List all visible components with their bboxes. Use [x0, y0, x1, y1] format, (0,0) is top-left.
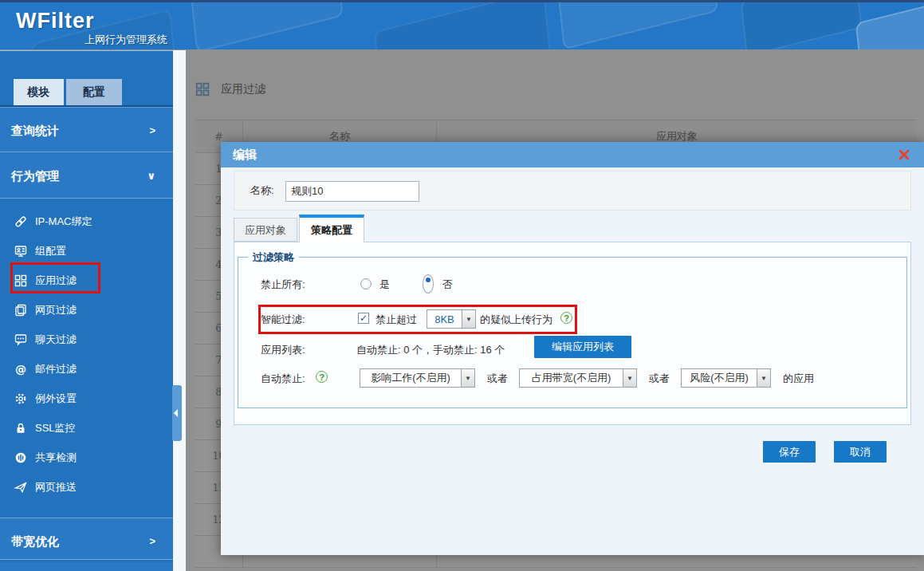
bandwidth-usage-value: 占用带宽(不启用) [520, 371, 623, 385]
tab-config[interactable]: 配置 [66, 79, 122, 105]
sidebar-gap [173, 50, 186, 571]
sidebar-item-ip-mac[interactable]: IP-MAC绑定 [0, 207, 173, 236]
smart-filter-label: 智能过滤: [261, 313, 305, 327]
auto-forbid-label: 自动禁止: [261, 372, 305, 386]
or-label: 或者 [649, 372, 670, 386]
filter-policy-fieldset: 过滤策略 禁止所有: 是 否 智能过滤: ✓ 禁止超过 8KB ▼ 的疑似上传行… [238, 257, 907, 408]
close-icon[interactable] [897, 148, 911, 162]
forbid-over-label: 禁止超过 [375, 313, 417, 327]
help-icon[interactable]: ? [560, 312, 572, 324]
risk-value: 风险(不启用) [682, 371, 757, 385]
keyboard-key-decoration [741, 0, 863, 50]
radio-no[interactable] [423, 274, 434, 293]
sidebar-tab-bar: 模块 配置 [0, 79, 173, 105]
keyboard-key-decoration [557, 0, 718, 49]
grid-icon [14, 274, 28, 287]
sidebar-section-bandwidth[interactable]: 带宽优化 > [0, 518, 173, 560]
of-apps-label: 的应用 [783, 372, 814, 386]
sidebar: 模块 配置 查询统计 > 行为管理 ∨ IP-MAC绑定 组配置 应用过滤 [0, 50, 173, 571]
rule-name-panel: 名称: [234, 171, 911, 211]
radio-no-label[interactable]: 否 [442, 278, 453, 292]
tab-modules[interactable]: 模块 [14, 79, 64, 105]
app-list-label: 应用列表: [261, 343, 305, 357]
sidebar-item-group-config[interactable]: 组配置 [0, 236, 173, 266]
forbid-all-row: 禁止所有: 是 否 [238, 274, 906, 294]
dialog-title: 编辑 [233, 148, 257, 161]
radio-yes[interactable] [360, 278, 372, 289]
name-label: 名称: [250, 183, 274, 198]
dialog-title-bar: 编辑 [221, 142, 924, 167]
app-logo: WFilter [16, 9, 95, 33]
sidebar-item-web-filter[interactable]: 网页过滤 [0, 295, 173, 325]
bandwidth-usage-select[interactable]: 占用带宽(不启用) ▼ [519, 368, 637, 388]
link-icon [14, 215, 28, 228]
cancel-button[interactable]: 取消 [834, 441, 887, 463]
sidebar-section-behavior[interactable]: 行为管理 ∨ [0, 153, 173, 199]
sidebar-item-share-detect[interactable]: 共享检测 [0, 443, 173, 472]
chevron-down-icon[interactable]: ▼ [462, 310, 475, 328]
share-icon [14, 451, 28, 464]
keyboard-key-decoration [855, 0, 924, 50]
sidebar-section-next-partial[interactable] [0, 562, 173, 571]
impact-work-value: 影响工作(不启用) [360, 371, 461, 385]
app-list-row: 应用列表: 自动禁止: 0 个，手动禁止: 16 个 编辑应用列表 [238, 339, 906, 360]
pages-icon [14, 304, 28, 317]
chat-icon [14, 333, 28, 346]
keyboard-key-decoration [191, 0, 344, 50]
smart-filter-checkbox[interactable]: ✓ [358, 313, 369, 324]
gear-icon [14, 392, 28, 405]
size-select-value: 8KB [427, 313, 462, 325]
impact-work-select[interactable]: 影响工作(不启用) ▼ [360, 368, 475, 388]
sidebar-item-mail-filter[interactable]: @ 邮件过滤 [0, 354, 173, 384]
sidebar-item-ssl-monitor[interactable]: SSL监控 [0, 413, 173, 443]
chevron-down-icon[interactable]: ▼ [757, 369, 770, 387]
fieldset-legend: 过滤策略 [248, 250, 299, 265]
sidebar-item-exceptions[interactable]: 例外设置 [0, 384, 173, 413]
top-banner: WFilter 上网行为管理系统 [0, 0, 924, 50]
sidebar-item-web-push[interactable]: 网页推送 [0, 472, 173, 502]
lock-icon [14, 422, 28, 435]
edit-dialog: 编辑 名称: 应用对象 策略配置 过滤策略 禁止所有: 是 否 智能过滤: ✓ [221, 142, 924, 555]
sidebar-item-chat-filter[interactable]: 聊天过滤 [0, 325, 173, 354]
collapse-left-icon [174, 409, 178, 417]
rule-name-input[interactable] [285, 181, 419, 202]
group-icon [14, 245, 28, 258]
suspected-upload-label: 的疑似上传行为 [480, 313, 552, 327]
chevron-right-icon: > [149, 518, 155, 564]
smart-filter-row: 智能过滤: ✓ 禁止超过 8KB ▼ 的疑似上传行为 ? [238, 309, 906, 329]
edit-app-list-button[interactable]: 编辑应用列表 [534, 336, 631, 358]
or-label: 或者 [487, 372, 508, 386]
forbid-all-label: 禁止所有: [261, 278, 305, 292]
chevron-down-icon[interactable]: ▼ [461, 369, 474, 387]
policy-tab-panel: 过滤策略 禁止所有: 是 否 智能过滤: ✓ 禁止超过 8KB ▼ 的疑似上传行… [234, 242, 911, 425]
size-select[interactable]: 8KB ▼ [427, 309, 476, 329]
save-button[interactable]: 保存 [763, 441, 816, 463]
chevron-down-icon: ∨ [147, 153, 155, 199]
sidebar-section-stats[interactable]: 查询统计 > [0, 107, 173, 152]
radio-yes-label[interactable]: 是 [379, 278, 390, 292]
risk-select[interactable]: 风险(不启用) ▼ [681, 368, 771, 388]
sidebar-item-app-filter[interactable]: 应用过滤 [0, 266, 173, 295]
svg-text:@: @ [15, 363, 26, 376]
auto-forbid-row: 自动禁止: ? 影响工作(不启用) ▼ 或者 占用带宽(不启用) ▼ 或者 风险… [238, 368, 906, 388]
help-icon[interactable]: ? [316, 371, 328, 383]
app-subtitle: 上网行为管理系统 [85, 33, 167, 47]
keyboard-key-decoration [374, 0, 551, 50]
app-list-counts: 自动禁止: 0 个，手动禁止: 16 个 [356, 343, 505, 357]
chevron-right-icon: > [149, 108, 155, 153]
sidebar-collapse-handle[interactable] [172, 385, 182, 441]
tab-app-target[interactable]: 应用对象 [234, 218, 297, 242]
chevron-down-icon[interactable]: ▼ [623, 369, 636, 387]
sidebar-submenu: IP-MAC绑定 组配置 应用过滤 网页过滤 聊天过滤 [0, 207, 173, 502]
at-icon: @ [14, 363, 28, 376]
tab-policy-config[interactable]: 策略配置 [299, 215, 364, 242]
send-icon [14, 481, 28, 494]
